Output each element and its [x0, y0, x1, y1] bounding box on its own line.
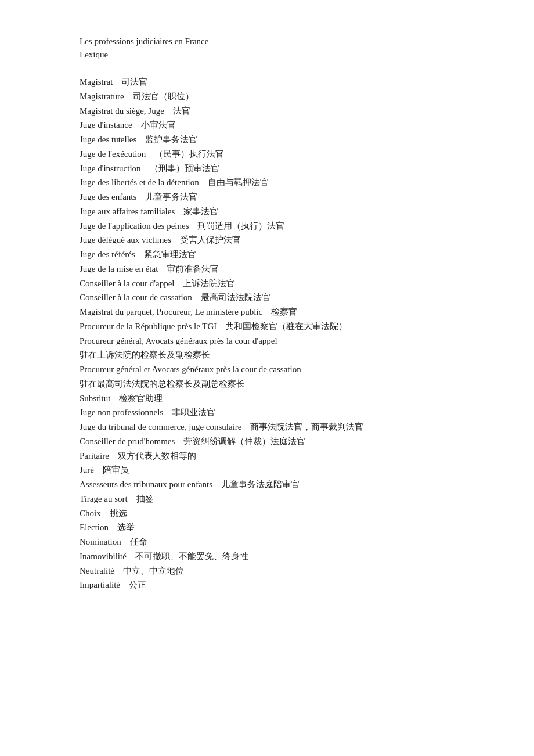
list-item: Procureur général et Avocats généraux pr…: [80, 362, 454, 377]
header-block: Les professions judiciaires en France Le…: [80, 35, 454, 61]
list-item: Choix 挑选: [80, 506, 454, 521]
list-item: Substitut 检察官助理: [80, 391, 454, 406]
list-item: Juge des enfants 儿童事务法官: [80, 190, 454, 204]
list-item: Paritaire 双方代表人数相等的: [80, 449, 454, 463]
list-item: Juge aux affaires familiales 家事法官: [80, 204, 454, 219]
list-item: 驻在最高司法法院的总检察长及副总检察长: [80, 377, 454, 391]
list-item: Assesseurs des tribunaux pour enfants 儿童…: [80, 477, 454, 492]
list-item: 驻在上诉法院的检察长及副检察长: [80, 348, 454, 362]
list-item: Magistrat du siège, Juge 法官: [80, 104, 454, 118]
list-item: Juge de l'application des peines 刑罚适用（执行…: [80, 219, 454, 233]
list-item: Juge d'instruction （刑事）预审法官: [80, 161, 454, 176]
list-item: Conseiller à la cour de cassation 最高司法法院…: [80, 290, 454, 305]
list-item: Procureur général, Avocats généraux près…: [80, 334, 454, 348]
header-line1: Les professions judiciaires en France: [80, 35, 454, 48]
list-item: Juge délégué aux victimes 受害人保护法官: [80, 233, 454, 247]
list-item: Juge des référés 紧急审理法官: [80, 247, 454, 262]
list-item: Juge des tutelles 监护事务法官: [80, 132, 454, 147]
list-item: Tirage au sort 抽签: [80, 492, 454, 506]
list-item: Juré 陪审员: [80, 463, 454, 477]
header-line2: Lexique: [80, 48, 454, 62]
list-item: Conseiller à la cour d'appel 上诉法院法官: [80, 276, 454, 291]
list-item: Juge de la mise en état 审前准备法官: [80, 262, 454, 276]
list-item: Magistrat 司法官: [80, 75, 454, 89]
content-block: Magistrat 司法官Magistrature 司法官（职位）Magistr…: [80, 75, 454, 592]
list-item: Neutralité 中立、中立地位: [80, 564, 454, 578]
list-item: Juge non professionnels 非职业法官: [80, 405, 454, 420]
list-item: Juge d'instance 小审法官: [80, 118, 454, 132]
list-item: Juge du tribunal de commerce, juge consu…: [80, 420, 454, 434]
list-item: Juge des libertés et de la détention 自由与…: [80, 175, 454, 190]
list-item: Conseiller de prud'hommes 劳资纠纷调解（仲裁）法庭法官: [80, 434, 454, 449]
list-item: Magistrat du parquet, Procureur, Le mini…: [80, 305, 454, 319]
list-item: Juge de l'exécution （民事）执行法官: [80, 147, 454, 161]
list-item: Election 选举: [80, 520, 454, 535]
list-item: Inamovibilité 不可撤职、不能罢免、终身性: [80, 549, 454, 564]
list-item: Procureur de la République près le TGI 共…: [80, 319, 454, 334]
list-item: Impartialité 公正: [80, 578, 454, 592]
list-item: Nomination 任命: [80, 535, 454, 549]
list-item: Magistrature 司法官（职位）: [80, 89, 454, 104]
